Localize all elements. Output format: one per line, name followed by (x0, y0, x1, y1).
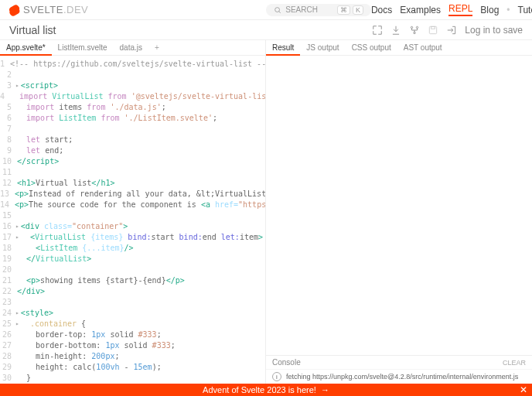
output-tabs: Result JS output CSS output AST output (266, 40, 532, 56)
repl-actions: Log in to save (372, 25, 523, 36)
output-tab-ast[interactable]: AST output (397, 40, 448, 55)
login-icon[interactable] (446, 25, 457, 36)
svg-line-1 (279, 11, 281, 12)
download-icon[interactable] (390, 25, 401, 36)
file-tab[interactable]: data.js (114, 40, 148, 55)
banner-text: Advent of Svelte 2023 is here! (203, 385, 316, 394)
code-line[interactable]: 12 <h1>Virtual list</h1> (0, 178, 265, 189)
code-line[interactable]: 15 (0, 210, 265, 221)
fork-icon[interactable] (409, 25, 420, 36)
logo[interactable]: SVELTE.DEV (6, 3, 88, 17)
preview-iframe (266, 56, 532, 355)
file-tab[interactable]: App.svelte* (0, 41, 52, 56)
output-tab-result[interactable]: Result (266, 40, 300, 56)
svelte-logo-icon (6, 3, 20, 17)
code-line[interactable]: 9 let end; (0, 145, 265, 156)
svg-point-0 (275, 7, 280, 12)
svg-point-4 (414, 32, 415, 33)
code-line[interactable]: 27 border-bottom: 1px solid #333; (0, 340, 265, 351)
code-line[interactable]: 13 <p>Instead of rendering all your data… (0, 189, 265, 200)
code-line[interactable]: 23 (0, 297, 265, 308)
console-text: fetching https://unpkg.com/svelte@4.2.8/… (286, 373, 518, 381)
add-file-button[interactable]: + (152, 43, 162, 53)
file-tabs: App.svelte* ListItem.svelte data.js + (0, 40, 265, 56)
repl-title: Virtual list (9, 24, 56, 36)
console-clear-button[interactable]: CLEAR (503, 359, 526, 367)
code-line[interactable]: 14 <p>The source code for the component … (0, 200, 265, 210)
svg-rect-6 (431, 26, 435, 29)
svg-rect-5 (430, 26, 437, 33)
output-tab-css[interactable]: CSS output (346, 40, 397, 55)
nav-blog[interactable]: Blog (480, 5, 499, 15)
code-line[interactable]: 6 import ListItem from './ListItem.svelt… (0, 113, 265, 124)
code-line[interactable]: 24▸<style> (0, 308, 265, 319)
code-line[interactable]: 28 min-height: 200px; (0, 351, 265, 362)
search-shortcut: ⌘K (337, 5, 363, 15)
code-line[interactable]: 8 let start; (0, 135, 265, 145)
code-line[interactable]: 18 <ListItem {...item}/> (0, 243, 265, 254)
nav-repl[interactable]: REPL (448, 3, 472, 16)
file-tab[interactable]: ListItem.svelte (52, 40, 114, 55)
logo-text: SVELTE.DEV (23, 4, 88, 15)
search-placeholder: SEARCH (285, 5, 318, 14)
code-line[interactable]: 25▸ .container { (0, 319, 265, 329)
repl-header: Virtual list Log in to save (0, 20, 532, 40)
nav-examples[interactable]: Examples (400, 5, 441, 15)
save-icon[interactable] (428, 25, 438, 36)
svg-point-3 (417, 26, 418, 28)
console-message: i fetching https://unpkg.com/svelte@4.2.… (266, 369, 532, 384)
console-panel: Console CLEAR i fetching https://unpkg.c… (266, 355, 532, 384)
code-line[interactable]: 2 (0, 70, 265, 80)
console-header[interactable]: Console CLEAR (266, 356, 532, 369)
svg-point-2 (411, 26, 413, 28)
code-line[interactable]: 21 <p>showing items {start}-{end}</p> (0, 275, 265, 286)
info-icon: i (272, 372, 281, 381)
code-line[interactable]: 10 </script> (0, 156, 265, 167)
code-line[interactable]: 7 (0, 124, 265, 135)
code-line[interactable]: 1 <!-- https://github.com/sveltejs/svelt… (0, 59, 265, 70)
output-pane: Result JS output CSS output AST output C… (266, 40, 532, 384)
code-editor[interactable]: 1 <!-- https://github.com/sveltejs/svelt… (0, 56, 265, 384)
nav-docs[interactable]: Docs (371, 5, 392, 15)
console-label: Console (272, 358, 301, 367)
code-line[interactable]: 5 import items from './data.js'; (0, 102, 265, 113)
search-icon (274, 6, 281, 14)
code-line[interactable]: 30 } (0, 373, 265, 384)
code-line[interactable]: 20 (0, 265, 265, 275)
code-line[interactable]: 11 (0, 167, 265, 178)
code-line[interactable]: 3▸<script> (0, 80, 265, 91)
nav-tutorial[interactable]: Tutorial (518, 5, 532, 15)
code-line[interactable]: 22 </div> (0, 286, 265, 297)
output-tab-js[interactable]: JS output (300, 40, 345, 55)
fullscreen-icon[interactable] (372, 25, 383, 36)
close-icon[interactable]: ✕ (520, 384, 527, 395)
code-line[interactable]: 26 border-top: 1px solid #333; (0, 329, 265, 340)
editor-pane: App.svelte* ListItem.svelte data.js + 1 … (0, 40, 266, 384)
arrow-icon: → (321, 385, 329, 394)
code-line[interactable]: 19 </VirtualList> (0, 254, 265, 265)
announcement-banner[interactable]: Advent of Svelte 2023 is here! → ✕ (0, 384, 532, 396)
nav-separator: • (506, 5, 510, 15)
main-nav: Docs Examples REPL Blog • Tutorial Svelt… (371, 3, 532, 16)
search-input[interactable]: SEARCH ⌘K (266, 4, 371, 16)
code-line[interactable]: 17▸ <VirtualList {items} bind:start bind… (0, 232, 265, 243)
code-line[interactable]: 4 import VirtualList from '@sveltejs/sve… (0, 91, 265, 102)
code-line[interactable]: 29 height: calc(100vh - 15em); (0, 362, 265, 373)
main-split: App.svelte* ListItem.svelte data.js + 1 … (0, 40, 532, 384)
code-line[interactable]: 16▸<div class="container"> (0, 221, 265, 232)
top-header: SVELTE.DEV SEARCH ⌘K Docs Examples REPL … (0, 0, 532, 20)
login-text[interactable]: Log in to save (465, 25, 523, 36)
